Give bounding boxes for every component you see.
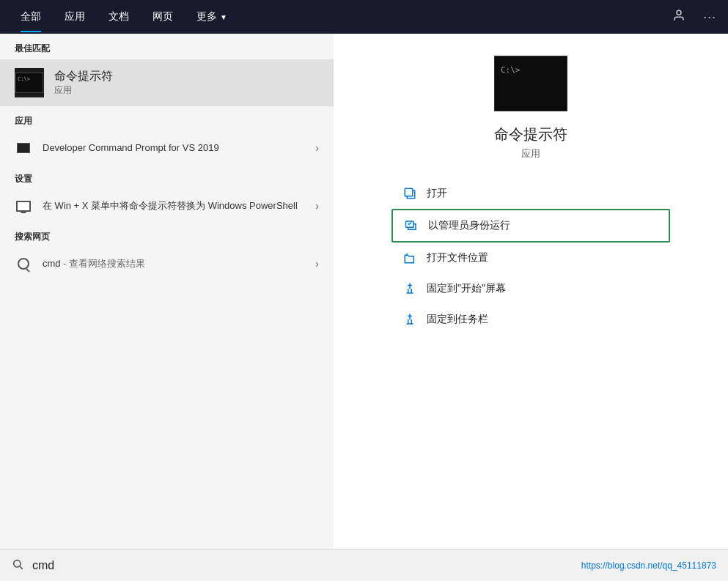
dev-cmd-prompt-item[interactable]: Developer Command Prompt for VS 2019 › — [0, 132, 334, 164]
pin-start-icon — [402, 281, 418, 297]
bottom-bar: https://blog.csdn.net/qq_45111873 — [0, 549, 728, 581]
folder-icon — [402, 250, 418, 266]
settings-section-header: 设置 — [0, 164, 334, 190]
top-bar-right: ··· — [669, 6, 719, 29]
main-area: 最佳匹配 命令提示符 应用 应用 Developer Command Promp… — [0, 34, 728, 549]
chevron-down-icon: ▼ — [220, 13, 227, 21]
chevron-right-icon: › — [315, 142, 319, 154]
svg-point-4 — [14, 560, 21, 566]
search-icon-bottom — [12, 558, 23, 573]
action-pin-taskbar[interactable]: 固定到任务栏 — [391, 304, 670, 335]
app-display-name: 命令提示符 — [494, 125, 567, 144]
chevron-right-icon-2: › — [315, 200, 319, 212]
action-location-label: 打开文件位置 — [427, 251, 488, 264]
web-search-item[interactable]: cmd - 查看网络搜索结果 › — [0, 248, 334, 280]
apps-section-header: 应用 — [0, 106, 334, 132]
tab-apps[interactable]: 应用 — [53, 1, 97, 32]
csdn-link[interactable]: https://blog.csdn.net/qq_45111873 — [581, 560, 716, 571]
tab-docs[interactable]: 文档 — [97, 1, 141, 32]
settings-label: 在 Win + X 菜单中将命令提示符替换为 Windows PowerShel… — [43, 199, 305, 212]
admin-icon — [403, 218, 419, 234]
action-pin-start[interactable]: 固定到"开始"屏幕 — [391, 273, 670, 304]
right-panel: 命令提示符 应用 打开 — [334, 34, 728, 549]
best-match-type: 应用 — [54, 84, 113, 97]
action-run-as-admin[interactable]: 以管理员身份运行 — [391, 209, 670, 243]
web-search-icon — [15, 255, 32, 273]
dev-cmd-icon — [15, 139, 32, 157]
more-icon[interactable]: ··· — [700, 7, 719, 28]
svg-rect-1 — [405, 188, 413, 196]
action-pin-start-label: 固定到"开始"屏幕 — [427, 282, 506, 295]
top-bar: 全部 应用 文档 网页 更多 ▼ ··· — [0, 0, 728, 34]
settings-item[interactable]: 在 Win + X 菜单中将命令提示符替换为 Windows PowerShel… — [0, 190, 334, 222]
app-preview-icon — [494, 56, 567, 111]
person-icon[interactable] — [669, 6, 688, 29]
svg-line-5 — [20, 566, 23, 569]
best-match-item[interactable]: 命令提示符 应用 — [0, 59, 334, 106]
cmd-app-icon — [15, 68, 44, 97]
tab-web[interactable]: 网页 — [141, 1, 185, 32]
best-match-header: 最佳匹配 — [0, 34, 334, 59]
open-icon — [402, 185, 418, 201]
settings-icon — [15, 197, 32, 215]
action-pin-taskbar-label: 固定到任务栏 — [427, 313, 488, 326]
left-panel: 最佳匹配 命令提示符 应用 应用 Developer Command Promp… — [0, 34, 334, 549]
action-admin-label: 以管理员身份运行 — [428, 219, 510, 232]
pin-taskbar-icon — [402, 311, 418, 327]
search-input[interactable] — [32, 559, 573, 572]
app-display-type: 应用 — [521, 147, 540, 160]
dev-cmd-label: Developer Command Prompt for VS 2019 — [43, 141, 305, 155]
best-match-text: 命令提示符 应用 — [54, 69, 113, 97]
best-match-name: 命令提示符 — [54, 69, 113, 84]
cmd-icon-small — [15, 73, 43, 93]
action-open-label: 打开 — [427, 187, 447, 200]
web-search-label: cmd - 查看网络搜索结果 — [43, 257, 305, 270]
chevron-right-icon-3: › — [315, 258, 319, 270]
tab-more[interactable]: 更多 ▼ — [185, 1, 239, 32]
action-open-location[interactable]: 打开文件位置 — [391, 243, 670, 273]
svg-point-0 — [677, 10, 681, 15]
web-section-header: 搜索网页 — [0, 222, 334, 248]
action-list: 打开 以管理员身份运行 — [391, 178, 670, 335]
tab-all[interactable]: 全部 — [9, 1, 53, 32]
action-open[interactable]: 打开 — [391, 178, 670, 209]
